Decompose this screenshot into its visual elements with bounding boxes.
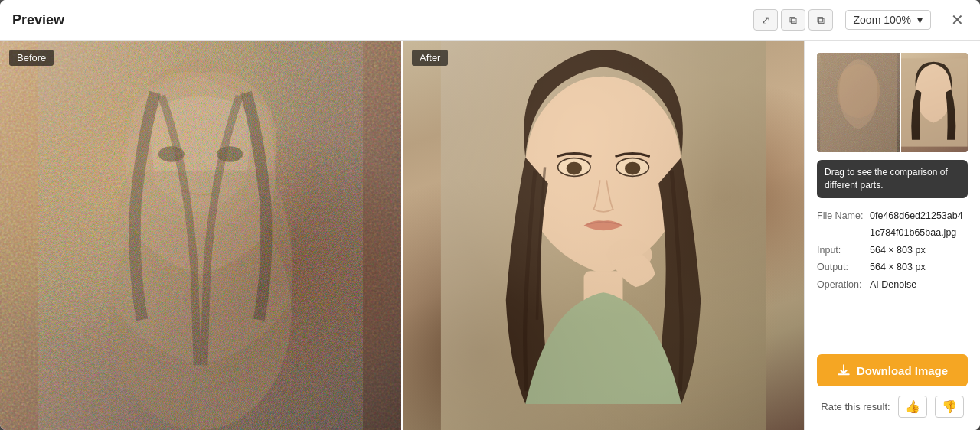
thumbs-down-button[interactable]: 👎 bbox=[935, 396, 964, 418]
svg-point-8 bbox=[567, 162, 582, 175]
after-portrait-svg bbox=[403, 41, 804, 430]
after-panel: After bbox=[403, 41, 804, 430]
modal-title: Preview bbox=[12, 12, 64, 28]
before-label: Before bbox=[9, 50, 54, 66]
operation-value: AI Denoise bbox=[870, 276, 916, 294]
sidebar: Drag to see the comparison of different … bbox=[804, 41, 980, 430]
modal-header: Preview ⤢ ⧉ ⧉ Zoom 100% ▾ ✕ bbox=[0, 0, 980, 41]
thumbnail-after bbox=[900, 53, 968, 152]
file-name-row: File Name: 0fe468d6ed21253ab41c784f01b65… bbox=[817, 207, 968, 242]
after-label: After bbox=[412, 50, 448, 66]
rate-label: Rate this result: bbox=[821, 401, 890, 412]
grid-button[interactable]: ⧉ bbox=[808, 9, 833, 31]
download-icon bbox=[837, 363, 851, 377]
thumbnail-after-image bbox=[900, 53, 968, 152]
thumbnail-divider bbox=[900, 53, 901, 152]
preview-modal: Preview ⤢ ⧉ ⧉ Zoom 100% ▾ ✕ Before bbox=[0, 0, 980, 430]
before-image bbox=[0, 41, 401, 430]
download-button-label: Download Image bbox=[857, 364, 948, 377]
thumbs-up-button[interactable]: 👍 bbox=[898, 396, 927, 418]
chevron-down-icon: ▾ bbox=[917, 14, 923, 26]
operation-row: Operation: AI Denoise bbox=[817, 276, 968, 294]
file-name-value: 0fe468d6ed21253ab41c784f01b65baa.jpg bbox=[870, 207, 968, 242]
file-info: File Name: 0fe468d6ed21253ab41c784f01b65… bbox=[817, 207, 968, 294]
thumbnail[interactable] bbox=[817, 53, 968, 152]
operation-label: Operation: bbox=[817, 276, 867, 294]
input-value: 564 × 803 px bbox=[870, 242, 926, 259]
download-button[interactable]: Download Image bbox=[817, 354, 968, 386]
output-value: 564 × 803 px bbox=[870, 259, 926, 276]
after-image bbox=[403, 41, 804, 430]
comparison-tooltip: Drag to see the comparison of different … bbox=[817, 160, 968, 198]
fullscreen-button[interactable]: ⤢ bbox=[753, 9, 778, 31]
close-button[interactable]: ✕ bbox=[946, 9, 968, 31]
content-area: Before bbox=[0, 41, 980, 430]
thumbnail-before bbox=[817, 53, 900, 152]
svg-rect-4 bbox=[38, 41, 363, 430]
zoom-label: Zoom 100% bbox=[854, 14, 911, 26]
noise-dots bbox=[0, 41, 401, 430]
view-controls: ⤢ ⧉ ⧉ bbox=[753, 9, 833, 31]
svg-point-10 bbox=[625, 162, 640, 175]
tooltip-text: Drag to see the comparison of different … bbox=[825, 167, 948, 191]
side-by-side-button[interactable]: ⧉ bbox=[781, 9, 805, 31]
input-row: Input: 564 × 803 px bbox=[817, 242, 968, 259]
rate-row: Rate this result: 👍 👎 bbox=[817, 396, 968, 418]
preview-area: Before bbox=[0, 41, 804, 430]
input-label: Input: bbox=[817, 242, 867, 259]
file-name-label: File Name: bbox=[817, 207, 867, 242]
thumbnail-before-image bbox=[817, 53, 900, 152]
output-label: Output: bbox=[817, 259, 867, 276]
output-row: Output: 564 × 803 px bbox=[817, 259, 968, 276]
before-panel: Before bbox=[0, 41, 403, 430]
zoom-dropdown[interactable]: Zoom 100% ▾ bbox=[845, 10, 931, 30]
